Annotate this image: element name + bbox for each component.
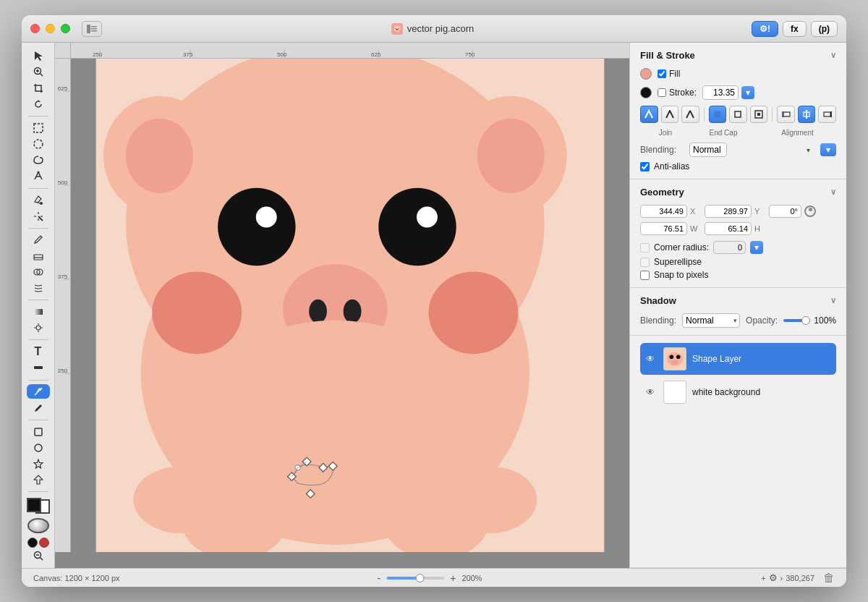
svg-rect-11 <box>34 124 43 132</box>
svg-marker-9 <box>38 100 41 102</box>
traffic-lights <box>30 24 70 33</box>
foreground-swatch[interactable] <box>27 538 38 548</box>
smudge-tool[interactable] <box>27 281 50 295</box>
maximize-button[interactable] <box>61 24 70 33</box>
eraser-tool[interactable] <box>27 249 50 263</box>
crop-tool[interactable] <box>27 80 50 95</box>
fill-stroke-header[interactable]: Fill & Stroke ∨ <box>640 50 836 61</box>
shadow-opacity-thumb[interactable] <box>801 316 810 325</box>
p-tab-button[interactable]: (p) <box>811 21 838 37</box>
stroke-value-input[interactable] <box>702 85 739 100</box>
settings-button[interactable]: ⚙ <box>769 572 778 583</box>
endcap-fill-button[interactable] <box>709 106 727 123</box>
endcap-none-button[interactable] <box>729 106 747 123</box>
corner-radius-input[interactable] <box>713 241 746 254</box>
x-input[interactable] <box>640 205 687 218</box>
layer-visibility-eye-shape[interactable]: 👁 <box>646 354 658 364</box>
h-input[interactable] <box>705 222 752 235</box>
superellipse-checkbox[interactable] <box>640 258 650 267</box>
y-input[interactable] <box>705 205 752 218</box>
join-round-button[interactable] <box>661 106 679 123</box>
stroke-checkbox-label[interactable]: Stroke: <box>658 88 697 98</box>
svg-rect-2 <box>91 28 97 30</box>
stroke-value-container: ▾ <box>702 85 754 100</box>
zoom-slider-thumb[interactable] <box>416 574 425 582</box>
settings-arrow[interactable]: › <box>780 574 783 582</box>
w-input[interactable] <box>640 222 687 235</box>
svg-marker-37 <box>34 475 43 484</box>
endcap-inner-button[interactable] <box>750 106 768 123</box>
quick-select-tool[interactable] <box>27 169 50 183</box>
clone-tool[interactable] <box>27 265 50 279</box>
shadow-title: Shadow <box>640 295 676 306</box>
anti-alias-row: Anti-alias <box>640 161 836 171</box>
zoom-plus-button[interactable]: + <box>450 572 456 584</box>
shadow-opacity-label: Opacity: <box>746 315 778 326</box>
paint-bucket-tool[interactable] <box>27 192 50 207</box>
fill-checkbox-label[interactable]: Fill <box>658 69 680 79</box>
geometry-title: Geometry <box>640 187 684 198</box>
brush-tool[interactable] <box>27 232 50 247</box>
star-tool[interactable] <box>27 457 50 471</box>
stroke-dropdown-button[interactable]: ▾ <box>741 86 754 99</box>
zoom-reset-tool[interactable] <box>31 551 46 561</box>
zoom-tool[interactable] <box>27 64 50 79</box>
gradient-tool[interactable] <box>27 305 50 319</box>
add-layer-button[interactable]: + <box>761 574 765 582</box>
ellipse-shape-tool[interactable] <box>27 441 50 455</box>
anti-alias-checkbox[interactable] <box>640 162 650 171</box>
canvas-area[interactable]: 250 375 500 625 750 <box>55 43 629 568</box>
pencil-tool[interactable] <box>27 400 50 415</box>
blending-select[interactable]: Normal Multiply Screen Overlay <box>689 143 727 157</box>
arrow-shape-tool[interactable] <box>27 472 50 487</box>
join-miter-button[interactable] <box>640 106 658 123</box>
pen-tool[interactable] <box>27 384 50 399</box>
line-tool[interactable] <box>27 360 50 375</box>
layer-item-shape[interactable]: 👁 Shape Layer <box>640 343 836 375</box>
tools-tab-button[interactable]: ⚙! <box>752 21 778 37</box>
blending-dropdown-button[interactable]: ▾ <box>820 143 836 156</box>
snap-checkbox[interactable] <box>640 271 650 280</box>
shadow-opacity-slider[interactable] <box>783 319 807 322</box>
ruler-tick-left-625: 625 <box>58 85 67 92</box>
rotate-tool[interactable] <box>27 97 50 111</box>
join-bevel-button[interactable] <box>681 106 699 123</box>
corner-radius-dropdown[interactable]: ▾ <box>750 241 763 254</box>
sidebar-toggle-button[interactable] <box>82 21 102 37</box>
delete-layer-button[interactable]: 🗑 <box>823 572 835 585</box>
rect-shape-tool[interactable] <box>27 424 50 438</box>
shadow-blending-select[interactable]: Normal <box>682 313 740 328</box>
align-left-button[interactable] <box>777 106 795 123</box>
w-label: W <box>690 224 699 233</box>
corner-radius-checkbox[interactable] <box>640 243 650 253</box>
zoom-minus-button[interactable]: - <box>378 572 381 584</box>
fx-tab-button[interactable]: fx <box>783 21 807 37</box>
align-center-button[interactable] <box>798 106 816 123</box>
geometry-header[interactable]: Geometry ∨ <box>640 187 836 198</box>
minimize-button[interactable] <box>46 24 55 33</box>
blending-select-wrapper: Normal Multiply Screen Overlay <box>689 143 814 157</box>
color-picker-button[interactable] <box>27 518 49 534</box>
zoom-slider[interactable] <box>386 577 444 580</box>
rect-select-tool[interactable] <box>27 121 50 135</box>
stroke-color-swatch[interactable] <box>27 498 50 514</box>
close-button[interactable] <box>30 24 40 33</box>
light-tool[interactable] <box>27 321 50 335</box>
layer-visibility-eye-bg[interactable]: 👁 <box>646 387 658 397</box>
align-right-button[interactable] <box>818 106 836 123</box>
rotation-input[interactable] <box>769 205 801 218</box>
arrow-tool[interactable] <box>27 48 50 63</box>
canvas-content[interactable] <box>71 59 629 552</box>
fill-checkbox[interactable] <box>658 69 666 78</box>
layer-item-background[interactable]: 👁 white background <box>640 376 836 408</box>
text-tool[interactable]: T <box>27 344 50 359</box>
svg-point-33 <box>39 389 41 391</box>
magic-wand-tool[interactable] <box>27 208 50 223</box>
ellipse-select-tool[interactable] <box>27 137 50 151</box>
background-swatch[interactable] <box>39 538 49 548</box>
lasso-tool[interactable] <box>27 153 50 167</box>
stroke-color-dot[interactable] <box>640 87 652 98</box>
stroke-checkbox[interactable] <box>658 88 666 97</box>
fill-color-swatch[interactable] <box>640 68 652 80</box>
shadow-header[interactable]: Shadow ∨ <box>640 295 836 306</box>
